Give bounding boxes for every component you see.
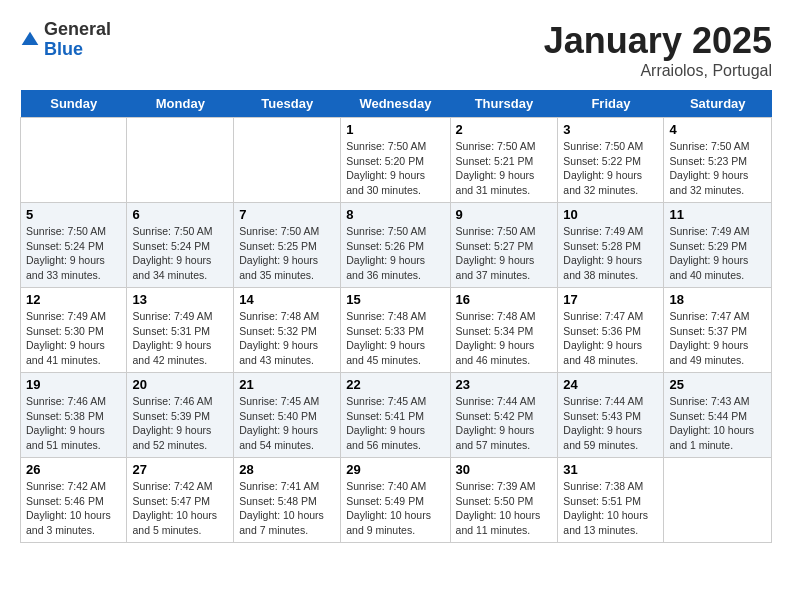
- day-number: 12: [26, 292, 121, 307]
- day-number: 22: [346, 377, 444, 392]
- month-title: January 2025: [544, 20, 772, 62]
- day-number: 21: [239, 377, 335, 392]
- calendar-cell: 2Sunrise: 7:50 AM Sunset: 5:21 PM Daylig…: [450, 118, 558, 203]
- day-number: 1: [346, 122, 444, 137]
- calendar-cell: 16Sunrise: 7:48 AM Sunset: 5:34 PM Dayli…: [450, 288, 558, 373]
- cell-content: Sunrise: 7:48 AM Sunset: 5:32 PM Dayligh…: [239, 309, 335, 368]
- day-number: 20: [132, 377, 228, 392]
- calendar-cell: 8Sunrise: 7:50 AM Sunset: 5:26 PM Daylig…: [341, 203, 450, 288]
- cell-content: Sunrise: 7:38 AM Sunset: 5:51 PM Dayligh…: [563, 479, 658, 538]
- logo: General Blue: [20, 20, 111, 60]
- day-number: 8: [346, 207, 444, 222]
- cell-content: Sunrise: 7:48 AM Sunset: 5:34 PM Dayligh…: [456, 309, 553, 368]
- week-row-3: 12Sunrise: 7:49 AM Sunset: 5:30 PM Dayli…: [21, 288, 772, 373]
- cell-content: Sunrise: 7:48 AM Sunset: 5:33 PM Dayligh…: [346, 309, 444, 368]
- cell-content: Sunrise: 7:39 AM Sunset: 5:50 PM Dayligh…: [456, 479, 553, 538]
- day-number: 14: [239, 292, 335, 307]
- day-number: 9: [456, 207, 553, 222]
- week-row-5: 26Sunrise: 7:42 AM Sunset: 5:46 PM Dayli…: [21, 458, 772, 543]
- calendar-cell: 27Sunrise: 7:42 AM Sunset: 5:47 PM Dayli…: [127, 458, 234, 543]
- logo-blue: Blue: [44, 40, 111, 60]
- calendar-cell: 14Sunrise: 7:48 AM Sunset: 5:32 PM Dayli…: [234, 288, 341, 373]
- day-header-thursday: Thursday: [450, 90, 558, 118]
- calendar-cell: 15Sunrise: 7:48 AM Sunset: 5:33 PM Dayli…: [341, 288, 450, 373]
- cell-content: Sunrise: 7:46 AM Sunset: 5:38 PM Dayligh…: [26, 394, 121, 453]
- calendar-cell: 24Sunrise: 7:44 AM Sunset: 5:43 PM Dayli…: [558, 373, 664, 458]
- cell-content: Sunrise: 7:49 AM Sunset: 5:31 PM Dayligh…: [132, 309, 228, 368]
- day-number: 31: [563, 462, 658, 477]
- day-number: 10: [563, 207, 658, 222]
- cell-content: Sunrise: 7:45 AM Sunset: 5:40 PM Dayligh…: [239, 394, 335, 453]
- logo-general: General: [44, 20, 111, 40]
- calendar-cell: 26Sunrise: 7:42 AM Sunset: 5:46 PM Dayli…: [21, 458, 127, 543]
- day-number: 26: [26, 462, 121, 477]
- day-number: 7: [239, 207, 335, 222]
- day-number: 17: [563, 292, 658, 307]
- cell-content: Sunrise: 7:50 AM Sunset: 5:25 PM Dayligh…: [239, 224, 335, 283]
- calendar-cell: 19Sunrise: 7:46 AM Sunset: 5:38 PM Dayli…: [21, 373, 127, 458]
- calendar-cell: 6Sunrise: 7:50 AM Sunset: 5:24 PM Daylig…: [127, 203, 234, 288]
- cell-content: Sunrise: 7:50 AM Sunset: 5:27 PM Dayligh…: [456, 224, 553, 283]
- day-number: 23: [456, 377, 553, 392]
- day-number: 11: [669, 207, 766, 222]
- calendar-cell: 7Sunrise: 7:50 AM Sunset: 5:25 PM Daylig…: [234, 203, 341, 288]
- day-number: 6: [132, 207, 228, 222]
- cell-content: Sunrise: 7:50 AM Sunset: 5:24 PM Dayligh…: [26, 224, 121, 283]
- cell-content: Sunrise: 7:44 AM Sunset: 5:43 PM Dayligh…: [563, 394, 658, 453]
- calendar-table: SundayMondayTuesdayWednesdayThursdayFrid…: [20, 90, 772, 543]
- location-subtitle: Arraiolos, Portugal: [544, 62, 772, 80]
- week-row-4: 19Sunrise: 7:46 AM Sunset: 5:38 PM Dayli…: [21, 373, 772, 458]
- cell-content: Sunrise: 7:49 AM Sunset: 5:28 PM Dayligh…: [563, 224, 658, 283]
- day-number: 25: [669, 377, 766, 392]
- day-number: 16: [456, 292, 553, 307]
- calendar-cell: 29Sunrise: 7:40 AM Sunset: 5:49 PM Dayli…: [341, 458, 450, 543]
- cell-content: Sunrise: 7:50 AM Sunset: 5:26 PM Dayligh…: [346, 224, 444, 283]
- day-number: 3: [563, 122, 658, 137]
- cell-content: Sunrise: 7:49 AM Sunset: 5:29 PM Dayligh…: [669, 224, 766, 283]
- calendar-cell: 17Sunrise: 7:47 AM Sunset: 5:36 PM Dayli…: [558, 288, 664, 373]
- calendar-cell: 9Sunrise: 7:50 AM Sunset: 5:27 PM Daylig…: [450, 203, 558, 288]
- cell-content: Sunrise: 7:44 AM Sunset: 5:42 PM Dayligh…: [456, 394, 553, 453]
- cell-content: Sunrise: 7:46 AM Sunset: 5:39 PM Dayligh…: [132, 394, 228, 453]
- cell-content: Sunrise: 7:43 AM Sunset: 5:44 PM Dayligh…: [669, 394, 766, 453]
- logo-icon: [20, 30, 40, 50]
- day-header-monday: Monday: [127, 90, 234, 118]
- week-row-1: 1Sunrise: 7:50 AM Sunset: 5:20 PM Daylig…: [21, 118, 772, 203]
- cell-content: Sunrise: 7:47 AM Sunset: 5:36 PM Dayligh…: [563, 309, 658, 368]
- svg-marker-0: [22, 31, 39, 44]
- day-number: 18: [669, 292, 766, 307]
- week-row-2: 5Sunrise: 7:50 AM Sunset: 5:24 PM Daylig…: [21, 203, 772, 288]
- cell-content: Sunrise: 7:50 AM Sunset: 5:24 PM Dayligh…: [132, 224, 228, 283]
- cell-content: Sunrise: 7:45 AM Sunset: 5:41 PM Dayligh…: [346, 394, 444, 453]
- calendar-cell: 4Sunrise: 7:50 AM Sunset: 5:23 PM Daylig…: [664, 118, 772, 203]
- day-number: 27: [132, 462, 228, 477]
- cell-content: Sunrise: 7:47 AM Sunset: 5:37 PM Dayligh…: [669, 309, 766, 368]
- cell-content: Sunrise: 7:50 AM Sunset: 5:21 PM Dayligh…: [456, 139, 553, 198]
- calendar-cell: 13Sunrise: 7:49 AM Sunset: 5:31 PM Dayli…: [127, 288, 234, 373]
- day-number: 4: [669, 122, 766, 137]
- calendar-cell: 28Sunrise: 7:41 AM Sunset: 5:48 PM Dayli…: [234, 458, 341, 543]
- calendar-cell: 31Sunrise: 7:38 AM Sunset: 5:51 PM Dayli…: [558, 458, 664, 543]
- day-header-friday: Friday: [558, 90, 664, 118]
- calendar-cell: 1Sunrise: 7:50 AM Sunset: 5:20 PM Daylig…: [341, 118, 450, 203]
- day-number: 15: [346, 292, 444, 307]
- page-header: General Blue January 2025 Arraiolos, Por…: [20, 20, 772, 80]
- day-header-tuesday: Tuesday: [234, 90, 341, 118]
- cell-content: Sunrise: 7:42 AM Sunset: 5:46 PM Dayligh…: [26, 479, 121, 538]
- day-number: 28: [239, 462, 335, 477]
- calendar-cell: 5Sunrise: 7:50 AM Sunset: 5:24 PM Daylig…: [21, 203, 127, 288]
- calendar-cell: 25Sunrise: 7:43 AM Sunset: 5:44 PM Dayli…: [664, 373, 772, 458]
- cell-content: Sunrise: 7:50 AM Sunset: 5:20 PM Dayligh…: [346, 139, 444, 198]
- day-number: 19: [26, 377, 121, 392]
- cell-content: Sunrise: 7:41 AM Sunset: 5:48 PM Dayligh…: [239, 479, 335, 538]
- day-number: 30: [456, 462, 553, 477]
- logo-text: General Blue: [44, 20, 111, 60]
- calendar-cell: [664, 458, 772, 543]
- cell-content: Sunrise: 7:42 AM Sunset: 5:47 PM Dayligh…: [132, 479, 228, 538]
- cell-content: Sunrise: 7:50 AM Sunset: 5:23 PM Dayligh…: [669, 139, 766, 198]
- cell-content: Sunrise: 7:49 AM Sunset: 5:30 PM Dayligh…: [26, 309, 121, 368]
- day-header-saturday: Saturday: [664, 90, 772, 118]
- calendar-cell: 10Sunrise: 7:49 AM Sunset: 5:28 PM Dayli…: [558, 203, 664, 288]
- calendar-cell: [21, 118, 127, 203]
- title-section: January 2025 Arraiolos, Portugal: [544, 20, 772, 80]
